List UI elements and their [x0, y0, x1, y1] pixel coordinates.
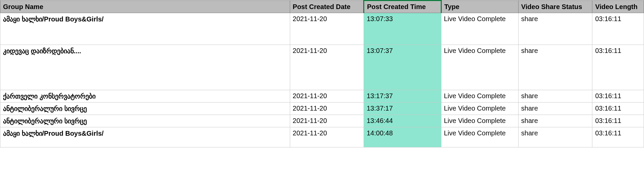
cell-type[interactable]: Live Video Complete: [441, 115, 518, 127]
table-row: ამაყი ხალხი/Proud Boys&Girls/ 2021-11-20…: [0, 127, 644, 147]
table-row: კიდევაც დაიზრდებიან.... 2021-11-20 13:07…: [0, 45, 644, 90]
header-video-length[interactable]: Video Length: [592, 1, 644, 13]
cell-video-share-status[interactable]: share: [518, 90, 592, 103]
cell-video-share-status[interactable]: share: [518, 127, 592, 147]
cell-type[interactable]: Live Video Complete: [441, 13, 518, 45]
cell-post-created-date[interactable]: 2021-11-20: [290, 13, 364, 45]
cell-post-created-date[interactable]: 2021-11-20: [290, 127, 364, 147]
header-post-created-date[interactable]: Post Created Date: [290, 1, 364, 13]
cell-post-created-date[interactable]: 2021-11-20: [290, 45, 364, 90]
cell-group-name[interactable]: ქართველი კონსერვატორები: [0, 90, 290, 103]
cell-video-length[interactable]: 03:16:11: [592, 45, 644, 90]
cell-post-created-time[interactable]: 13:46:44: [364, 115, 441, 127]
cell-video-length[interactable]: 03:16:11: [592, 13, 644, 45]
header-post-created-time[interactable]: Post Created Time: [364, 1, 441, 13]
cell-post-created-date[interactable]: 2021-11-20: [290, 103, 364, 115]
cell-video-share-status[interactable]: share: [518, 13, 592, 45]
table-row: ქართველი კონსერვატორები 2021-11-20 13:17…: [0, 90, 644, 103]
table-header-row: Group Name Post Created Date Post Create…: [0, 1, 644, 13]
cell-group-name[interactable]: ამაყი ხალხი/Proud Boys&Girls/: [0, 127, 290, 147]
cell-video-length[interactable]: 03:16:11: [592, 103, 644, 115]
table-row: ამაყი ხალხი/Proud Boys&Girls/ 2021-11-20…: [0, 13, 644, 45]
cell-group-name[interactable]: ანტილიბერალური სივრცე: [0, 115, 290, 127]
cell-video-length[interactable]: 03:16:11: [592, 115, 644, 127]
cell-group-name[interactable]: ანტილიბერალური სივრცე: [0, 103, 290, 115]
header-type[interactable]: Type: [441, 1, 518, 13]
header-group-name[interactable]: Group Name: [0, 1, 290, 13]
cell-post-created-time[interactable]: 14:00:48: [364, 127, 441, 147]
cell-post-created-time[interactable]: 13:07:33: [364, 13, 441, 45]
cell-type[interactable]: Live Video Complete: [441, 90, 518, 103]
cell-video-share-status[interactable]: share: [518, 103, 592, 115]
header-video-share-status[interactable]: Video Share Status: [518, 1, 592, 13]
cell-post-created-date[interactable]: 2021-11-20: [290, 115, 364, 127]
cell-video-share-status[interactable]: share: [518, 115, 592, 127]
table-row: ანტილიბერალური სივრცე 2021-11-20 13:46:4…: [0, 115, 644, 127]
cell-post-created-time[interactable]: 13:07:37: [364, 45, 441, 90]
data-table: Group Name Post Created Date Post Create…: [0, 0, 644, 147]
cell-video-share-status[interactable]: share: [518, 45, 592, 90]
table-row: ანტილიბერალური სივრცე 2021-11-20 13:37:1…: [0, 103, 644, 115]
cell-post-created-time[interactable]: 13:17:37: [364, 90, 441, 103]
cell-type[interactable]: Live Video Complete: [441, 103, 518, 115]
cell-type[interactable]: Live Video Complete: [441, 127, 518, 147]
cell-group-name[interactable]: კიდევაც დაიზრდებიან....: [0, 45, 290, 90]
cell-post-created-time[interactable]: 13:37:17: [364, 103, 441, 115]
cell-post-created-date[interactable]: 2021-11-20: [290, 90, 364, 103]
cell-group-name[interactable]: ამაყი ხალხი/Proud Boys&Girls/: [0, 13, 290, 45]
cell-type[interactable]: Live Video Complete: [441, 45, 518, 90]
cell-video-length[interactable]: 03:16:11: [592, 127, 644, 147]
cell-video-length[interactable]: 03:16:11: [592, 90, 644, 103]
